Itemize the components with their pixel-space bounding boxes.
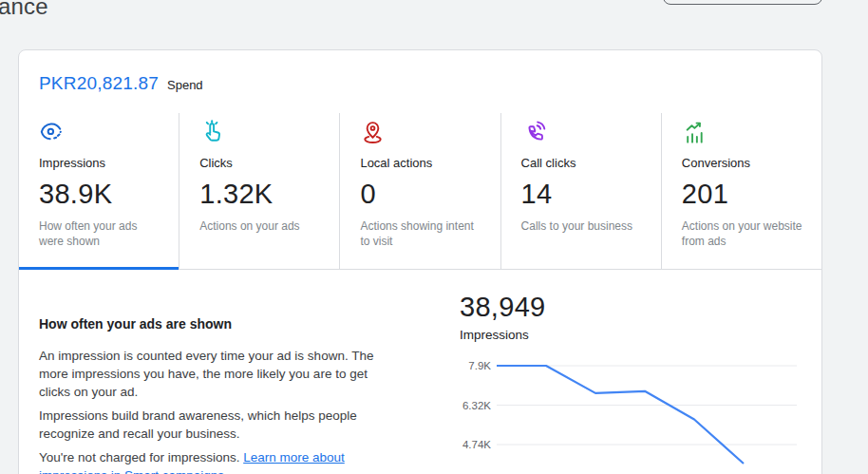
tab-label: Clicks bbox=[199, 156, 330, 170]
y-axis-tick-label: 4.74K bbox=[462, 439, 491, 450]
spend-summary: PKR20,821.87 Spend bbox=[39, 73, 203, 94]
y-axis-tick-label: 6.32K bbox=[462, 400, 491, 411]
impressions-stat-block: 38,949 Impressions 7.9K6.32K4.74K bbox=[438, 291, 818, 465]
impressions-line-series bbox=[497, 366, 744, 464]
explainer-paragraph-3: You're not charged for impressions. Lear… bbox=[39, 448, 386, 474]
eye-icon bbox=[39, 120, 65, 145]
impressions-chart: 7.9K6.32K4.74K bbox=[438, 356, 799, 465]
tab-label: Call clicks bbox=[521, 156, 651, 170]
tab-conversions[interactable]: Conversions 201 Actions on your website … bbox=[662, 113, 821, 269]
impressions-total-label: Impressions bbox=[460, 327, 818, 343]
explainer-paragraph-2: Impressions build brand awareness, which… bbox=[39, 407, 386, 443]
page-title-clipped: ance bbox=[0, 0, 48, 20]
explainer-heading: How often your ads are shown bbox=[39, 315, 386, 332]
active-tab-indicator bbox=[19, 267, 179, 270]
metric-tabs: Impressions 38.9K How often your ads wer… bbox=[19, 113, 821, 270]
impressions-total: 38,949 bbox=[460, 291, 818, 323]
tab-value: 0 bbox=[360, 178, 490, 210]
tab-value: 38.9K bbox=[39, 178, 169, 210]
tab-description: Actions showing intent to visit bbox=[360, 218, 481, 249]
explainer-paragraph-1: An impression is counted every time your… bbox=[39, 347, 386, 401]
tab-description: How often your ads were shown bbox=[39, 218, 160, 249]
tab-description: Actions on your website from ads bbox=[682, 218, 803, 249]
tab-local-actions[interactable]: Local actions 0 Actions showing intent t… bbox=[340, 113, 500, 269]
phone-waves-icon bbox=[521, 120, 547, 145]
explainer-paragraph-3-text: You're not charged for impressions. bbox=[39, 450, 243, 465]
performance-card: PKR20,821.87 Spend Impressions 38.9K How… bbox=[18, 49, 822, 474]
spend-label: Spend bbox=[167, 78, 203, 92]
tab-description: Calls to your business bbox=[521, 218, 643, 234]
impressions-explainer: How often your ads are shown An impressi… bbox=[39, 315, 386, 474]
chart-up-icon bbox=[682, 120, 708, 145]
tab-label: Local actions bbox=[360, 156, 490, 170]
tab-call-clicks[interactable]: Call clicks 14 Calls to your business bbox=[501, 113, 662, 269]
tab-value: 14 bbox=[521, 178, 651, 210]
tab-label: Impressions bbox=[39, 156, 169, 170]
tab-value: 1.32K bbox=[199, 178, 330, 210]
spend-amount: PKR20,821.87 bbox=[39, 73, 159, 94]
tab-impressions[interactable]: Impressions 38.9K How often your ads wer… bbox=[19, 113, 179, 269]
tab-clicks[interactable]: Clicks 1.32K Actions on your ads bbox=[179, 113, 340, 269]
tap-icon bbox=[199, 120, 225, 145]
tab-description: Actions on your ads bbox=[199, 218, 321, 234]
tab-value: 201 bbox=[682, 178, 812, 210]
location-pin-icon bbox=[360, 120, 386, 145]
tab-label: Conversions bbox=[682, 156, 812, 170]
date-range-button-partial[interactable] bbox=[663, 0, 822, 5]
y-axis-tick-label: 7.9K bbox=[468, 360, 491, 371]
